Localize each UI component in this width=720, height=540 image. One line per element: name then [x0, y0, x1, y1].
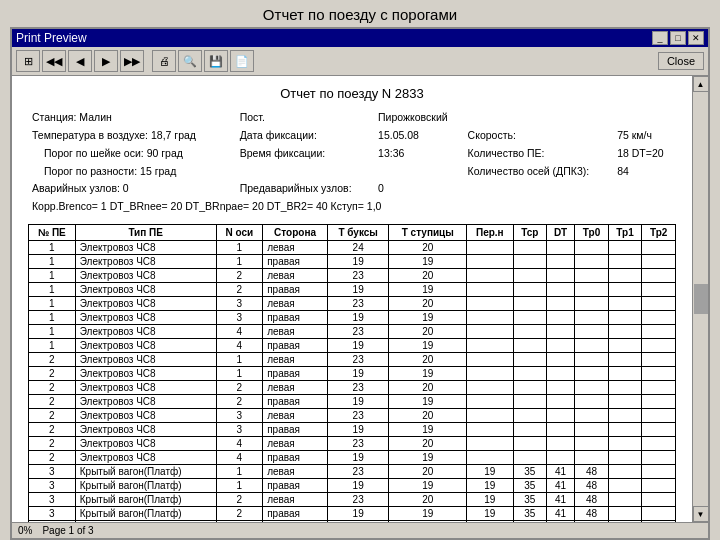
table-cell: [608, 311, 642, 325]
threshold-diff-label: Порог по разности:: [44, 165, 137, 177]
table-cell: [513, 325, 546, 339]
table-cell: 23: [327, 297, 389, 311]
table-cell: Электровоз ЧС8: [75, 423, 216, 437]
window-titlebar: Print Preview _ □ ✕: [12, 29, 708, 47]
toolbar-preview[interactable]: 🔍: [178, 50, 202, 72]
table-cell: 20: [389, 493, 467, 507]
toolbar-save[interactable]: 💾: [204, 50, 228, 72]
table-cell: [608, 381, 642, 395]
table-cell: 19: [389, 479, 467, 493]
table-cell: 1: [29, 311, 76, 325]
page-info: Page 1 of 3: [42, 525, 93, 536]
col-header-tbuksy: Т буксы: [327, 225, 389, 241]
table-cell: [513, 451, 546, 465]
table-cell: 1: [29, 339, 76, 353]
temp-value: 18,7: [151, 129, 171, 141]
table-cell: [513, 283, 546, 297]
table-cell: правая: [263, 479, 328, 493]
table-cell: [575, 283, 609, 297]
table-row: 1Электровоз ЧС83левая2320: [29, 297, 676, 311]
scroll-down[interactable]: ▼: [693, 506, 709, 522]
table-cell: [513, 437, 546, 451]
table-cell: [642, 283, 676, 297]
table-cell: 19: [327, 423, 389, 437]
table-row: 1Электровоз ЧС84левая2320: [29, 325, 676, 339]
table-cell: [642, 325, 676, 339]
speed-value: 75: [617, 129, 629, 141]
table-cell: Электровоз ЧС8: [75, 269, 216, 283]
table-cell: [546, 395, 574, 409]
table-cell: 1: [216, 241, 263, 255]
table-cell: [575, 395, 609, 409]
table-cell: 41: [546, 465, 574, 479]
toolbar-page-setup[interactable]: ⊞: [16, 50, 40, 72]
scroll-thumb[interactable]: [694, 284, 708, 314]
table-cell: [546, 367, 574, 381]
table-row: 3Крытый вагон(Платф)1правая191919354148: [29, 479, 676, 493]
table-cell: [513, 353, 546, 367]
table-cell: [546, 325, 574, 339]
table-cell: 24: [327, 241, 389, 255]
table-cell: [513, 423, 546, 437]
table-cell: 20: [389, 269, 467, 283]
maximize-button[interactable]: □: [670, 31, 686, 45]
toolbar-next-page[interactable]: ▶: [94, 50, 118, 72]
col-header-tsr: Тср: [513, 225, 546, 241]
pre-emergency-value: 0: [378, 182, 384, 194]
table-cell: [642, 241, 676, 255]
table-cell: [575, 311, 609, 325]
toolbar-print[interactable]: 🖨: [152, 50, 176, 72]
table-cell: 19: [389, 255, 467, 269]
table-cell: 2: [29, 451, 76, 465]
table-cell: [642, 451, 676, 465]
scroll-up[interactable]: ▲: [693, 76, 709, 92]
table-cell: [467, 451, 514, 465]
table-cell: 19: [327, 451, 389, 465]
table-cell: 19: [389, 283, 467, 297]
date-value: 15.05.08: [378, 129, 419, 141]
table-cell: 19: [467, 493, 514, 507]
table-cell: [467, 367, 514, 381]
toolbar-document[interactable]: 📄: [230, 50, 254, 72]
table-cell: Электровоз ЧС8: [75, 297, 216, 311]
table-cell: [546, 353, 574, 367]
close-button[interactable]: Close: [658, 52, 704, 70]
table-cell: [608, 325, 642, 339]
col-header-tr2: Тр2: [642, 225, 676, 241]
table-cell: Электровоз ЧС8: [75, 339, 216, 353]
table-cell: [546, 283, 574, 297]
table-cell: [546, 423, 574, 437]
table-cell: [642, 479, 676, 493]
table-cell: 2: [216, 493, 263, 507]
table-cell: [575, 423, 609, 437]
table-cell: 1: [29, 269, 76, 283]
table-cell: [467, 437, 514, 451]
minimize-button[interactable]: _: [652, 31, 668, 45]
zoom-level: 0%: [18, 525, 32, 536]
table-cell: [608, 255, 642, 269]
table-cell: 3: [29, 465, 76, 479]
table-cell: правая: [263, 339, 328, 353]
scrollbar[interactable]: ▲ ▼: [692, 76, 708, 522]
toolbar-last-page[interactable]: ▶▶: [120, 50, 144, 72]
table-cell: 1: [216, 367, 263, 381]
table-cell: [467, 395, 514, 409]
toolbar-prev-page[interactable]: ◀: [68, 50, 92, 72]
table-cell: 48: [575, 465, 609, 479]
table-cell: 19: [327, 283, 389, 297]
toolbar-first-page[interactable]: ◀◀: [42, 50, 66, 72]
table-cell: 23: [327, 381, 389, 395]
close-window-button[interactable]: ✕: [688, 31, 704, 45]
table-cell: [608, 423, 642, 437]
table-cell: 23: [327, 409, 389, 423]
table-cell: правая: [263, 395, 328, 409]
table-cell: [642, 493, 676, 507]
table-cell: 2: [29, 409, 76, 423]
table-cell: [642, 381, 676, 395]
table-cell: 1: [29, 255, 76, 269]
table-cell: [546, 381, 574, 395]
table-cell: левая: [263, 493, 328, 507]
table-cell: [642, 423, 676, 437]
pe-count-label: Количество ПЕ:: [468, 147, 545, 159]
table-cell: 2: [29, 423, 76, 437]
